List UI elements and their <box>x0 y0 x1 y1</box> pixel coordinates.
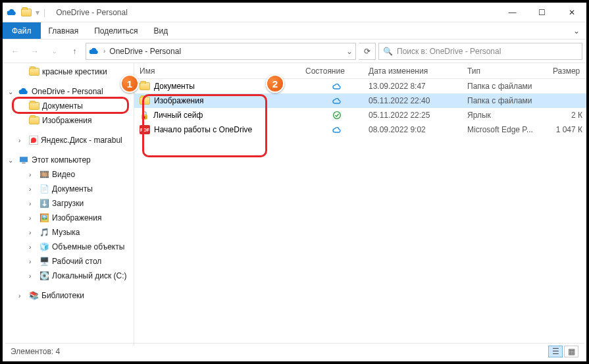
file-type: Microsoft Edge P... <box>467 125 553 134</box>
qat-separator: | <box>43 8 45 17</box>
ribbon-expand-button[interactable]: ⌄ <box>567 22 586 39</box>
state-icon <box>332 95 342 106</box>
state-icon <box>332 124 342 135</box>
file-row[interactable]: Изображения05.11.2022 22:40Папка с файла… <box>134 93 586 108</box>
file-type: Ярлык <box>467 111 553 120</box>
folder-icon <box>29 102 39 110</box>
state-icon <box>332 81 342 91</box>
svg-rect-1 <box>22 163 25 163</box>
file-tab[interactable]: Файл <box>3 22 41 39</box>
column-header-date[interactable]: Дата изменения <box>369 66 467 76</box>
search-placeholder: Поиск в: OneDrive - Personal <box>397 47 501 56</box>
state-icon <box>332 110 342 120</box>
address-bar[interactable]: › OneDrive - Personal ⌄ <box>86 43 356 60</box>
file-size: 1 047 К <box>553 125 586 134</box>
libraries-icon: 📚 <box>29 291 39 300</box>
close-button[interactable]: ✕ <box>557 3 586 22</box>
tree-item-thispc[interactable]: ⌄ Этот компьютер <box>3 153 134 167</box>
file-row[interactable]: PDFНачало работы с OneDrive08.09.2022 9:… <box>134 122 586 137</box>
search-icon: 🔍 <box>383 47 393 56</box>
file-date: 08.09.2022 9:02 <box>369 125 467 134</box>
nav-recent-dropdown[interactable]: ⌄ <box>46 43 63 60</box>
nav-forward-button[interactable]: → <box>26 43 43 60</box>
drive-icon: 💽 <box>39 271 49 280</box>
file-name: Изображения <box>154 96 203 105</box>
file-type: Папка с файлами <box>467 96 553 105</box>
file-row[interactable]: 🔒Личный сейф05.11.2022 22:25Ярлык2 К <box>134 108 586 122</box>
folder-icon <box>140 97 150 105</box>
details-view-button[interactable]: ☰ <box>548 346 563 357</box>
tree-item-downloads[interactable]: ›⬇️Загрузки <box>3 196 134 211</box>
tree-item-music[interactable]: ›🎵Музыка <box>3 225 134 240</box>
tree-item-libraries[interactable]: › 📚 Библиотеки <box>3 288 134 303</box>
svg-rect-0 <box>20 157 28 162</box>
column-header-state[interactable]: Состояние <box>305 66 369 76</box>
breadcrumb-location[interactable]: OneDrive - Personal <box>109 47 181 56</box>
address-dropdown-icon[interactable]: ⌄ <box>346 47 353 56</box>
folder-icon <box>29 68 39 76</box>
nav-up-button[interactable]: ↑ <box>66 43 83 60</box>
caret-down-icon[interactable]: ⌄ <box>8 88 16 95</box>
column-header-size[interactable]: Размер <box>553 66 586 76</box>
caret-down-icon[interactable]: ⌄ <box>8 157 16 164</box>
file-date: 13.09.2022 8:47 <box>369 82 467 91</box>
pictures-icon: 🖼️ <box>39 213 49 222</box>
caret-right-icon[interactable]: › <box>18 292 26 299</box>
column-header-name[interactable]: Имя <box>134 66 305 76</box>
computer-icon <box>18 155 29 165</box>
minimize-button[interactable]: — <box>498 3 527 22</box>
file-date: 05.11.2022 22:40 <box>369 96 467 105</box>
nav-back-button[interactable]: ← <box>7 43 24 60</box>
safe-icon: 🔒 <box>140 111 149 120</box>
tree-item-3d[interactable]: ›🧊Объемные объекты <box>3 240 134 254</box>
address-onedrive-icon <box>89 46 99 57</box>
tree-item-video[interactable]: ›🎞️Видео <box>3 167 134 182</box>
tab-view[interactable]: Вид <box>145 22 176 39</box>
file-name: Документы <box>154 82 195 91</box>
file-name: Личный сейф <box>153 111 203 120</box>
tab-share[interactable]: Поделиться <box>86 22 145 39</box>
qat-divider: ▾ <box>36 8 39 17</box>
tree-item-images[interactable]: Изображения <box>3 113 134 128</box>
tree-item-desktop[interactable]: ›🖥️Рабочий стол <box>3 254 134 269</box>
tab-home[interactable]: Главная <box>41 22 87 39</box>
file-type: Папка с файлами <box>467 82 553 91</box>
tree-item-onedrive[interactable]: ⌄ OneDrive - Personal <box>3 84 134 99</box>
file-name: Начало работы с OneDrive <box>154 125 252 134</box>
navigation-tree[interactable]: красные крестики ⌄ OneDrive - Personal Д… <box>3 63 134 346</box>
tree-item-documents[interactable]: Документы <box>3 99 134 113</box>
column-header-type[interactable]: Тип <box>467 66 553 76</box>
desktop-icon: 🖥️ <box>39 257 49 266</box>
caret-right-icon[interactable]: › <box>18 137 26 144</box>
folder-icon <box>140 82 150 90</box>
tree-item-pictures[interactable]: ›🖼️Изображения <box>3 211 134 225</box>
folder-icon <box>29 117 39 124</box>
pdf-icon: PDF <box>140 125 150 134</box>
folder-qat-icon <box>21 9 32 16</box>
status-item-count: Элементов: 4 <box>11 347 60 356</box>
tree-item-red-folder[interactable]: красные крестики <box>3 65 134 79</box>
window-title: OneDrive - Personal <box>56 8 128 17</box>
file-date: 05.11.2022 22:25 <box>369 111 467 120</box>
onedrive-cloud-icon <box>7 7 17 18</box>
tree-item-yadisk[interactable]: › Яндекс.Диск - marabul <box>3 133 134 147</box>
tree-item-cdrive[interactable]: ›💽Локальный диск (C:) <box>3 269 134 283</box>
thumbnails-view-button[interactable]: ▦ <box>564 346 578 357</box>
downloads-icon: ⬇️ <box>39 199 49 208</box>
documents-icon: 📄 <box>39 184 49 194</box>
breadcrumb-arrow-icon: › <box>103 47 105 55</box>
file-row[interactable]: Документы13.09.2022 8:47Папка с файлами <box>134 79 586 93</box>
search-input[interactable]: 🔍 Поиск в: OneDrive - Personal <box>378 43 582 60</box>
file-size: 2 К <box>553 111 586 120</box>
maximize-button[interactable]: ☐ <box>527 3 557 22</box>
onedrive-icon <box>18 86 29 97</box>
video-icon: 🎞️ <box>39 170 49 179</box>
refresh-button[interactable]: ⟳ <box>359 43 376 60</box>
svg-point-2 <box>334 112 341 119</box>
yandex-disk-icon <box>29 136 38 145</box>
music-icon: 🎵 <box>39 228 49 237</box>
objects3d-icon: 🧊 <box>39 242 49 251</box>
tree-item-docs[interactable]: ›📄Документы <box>3 182 134 196</box>
